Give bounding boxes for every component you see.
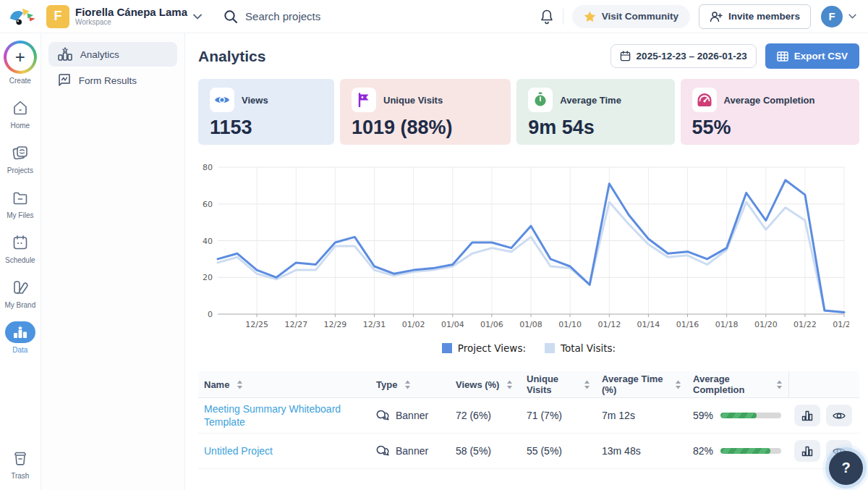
row-preview-button[interactable]	[826, 405, 852, 426]
search	[224, 9, 390, 24]
completion-progress-bar	[720, 413, 781, 418]
svg-text:12/27: 12/27	[284, 320, 307, 329]
export-csv-label: Export CSV	[794, 51, 848, 62]
date-range-value: 2025-12-23 – 2026-01-23	[637, 51, 747, 62]
eye-icon	[833, 411, 846, 421]
workspace-switcher[interactable]: F Fiorella Cánepa Lama Workspace	[46, 5, 202, 28]
create-plus-icon: +	[4, 41, 37, 74]
card-value: 1153	[210, 117, 323, 139]
project-name-link[interactable]: Untitled Project	[204, 445, 273, 457]
topbar: F Fiorella Cánepa Lama Workspace Visit C…	[0, 0, 868, 33]
sidebar-item-analytics[interactable]: Analytics	[48, 42, 177, 67]
sidebar-item-label: Form Results	[79, 75, 137, 86]
column-header-name[interactable]: Name	[198, 379, 370, 390]
project-name-link[interactable]: Meeting Summary Whiteboard Template	[204, 403, 341, 428]
account-menu[interactable]: F	[821, 6, 856, 28]
eye-icon	[214, 94, 230, 106]
legend-total-visits: Total Visits:	[545, 342, 616, 354]
help-fab[interactable]: ?	[829, 451, 863, 485]
completion-progress-bar	[720, 448, 781, 454]
sidebar-item-trash[interactable]: Trash	[11, 447, 29, 480]
sidebar-item-home[interactable]: Home	[10, 97, 30, 130]
project-type: Banner	[396, 445, 428, 457]
sidebar-item-schedule[interactable]: Schedule	[5, 232, 35, 264]
analytics-line-chart: 12/2512/2712/2912/3101/0201/0401/0601/08…	[198, 159, 859, 354]
data-podium-icon	[12, 325, 28, 339]
export-csv-button[interactable]: Export CSV	[765, 43, 859, 69]
column-header-views[interactable]: Views (%)	[450, 379, 521, 390]
sort-icon[interactable]	[404, 380, 411, 389]
sidebar-item-label: Analytics	[80, 49, 119, 60]
svg-text:01/04: 01/04	[441, 320, 464, 329]
card-label: Views	[242, 95, 268, 106]
column-header-average-time[interactable]: Average Time (%)	[596, 373, 687, 395]
svg-text:01/08: 01/08	[519, 320, 542, 329]
sidebar-item-my-files[interactable]: My Files	[7, 187, 33, 219]
sidebar-item-data[interactable]: Data	[5, 321, 35, 354]
chat-bubbles-icon	[376, 410, 390, 422]
svg-text:0: 0	[208, 310, 213, 319]
calendar-icon	[12, 234, 29, 251]
sidebar-item-create[interactable]: + Create	[4, 41, 37, 85]
svg-text:20: 20	[203, 273, 213, 282]
chart-legend: Project Views: Total Visits:	[198, 342, 859, 354]
sort-icon[interactable]	[675, 380, 681, 389]
sidebar-item-projects[interactable]: Projects	[7, 142, 33, 174]
svg-text:01/02: 01/02	[402, 320, 425, 329]
gauge-icon	[697, 93, 712, 107]
projects-table: Name Type Views (%) Unique Visits Averag…	[198, 371, 859, 469]
notifications-bell-icon[interactable]	[540, 9, 554, 25]
table-grid-icon	[777, 51, 788, 62]
app-logo-icon[interactable]	[7, 5, 36, 28]
card-average-completion: Average Completion 55%	[681, 79, 860, 145]
main-content: Analytics 2025-12-23 – 2026-01-23 Export…	[185, 33, 868, 490]
card-value: 55%	[692, 117, 848, 139]
row-stats-button[interactable]	[794, 405, 820, 426]
card-unique-visits: Unique Visits 1019 (88%)	[340, 79, 511, 145]
legend-project-views: Project Views:	[442, 342, 526, 354]
sidebar-item-my-brand[interactable]: My Brand	[4, 276, 35, 309]
completion-progress-fill	[720, 448, 770, 454]
project-views: 72 (6%)	[450, 410, 521, 421]
sort-icon[interactable]	[237, 380, 243, 389]
visit-community-button[interactable]: Visit Community	[572, 5, 690, 28]
column-header-average-completion[interactable]: Average Completion	[687, 373, 788, 395]
analytics-podium-icon	[57, 47, 73, 62]
table-row: Untitled Project Banner 58 (5%) 55 (5%) …	[198, 434, 859, 469]
svg-text:60: 60	[203, 200, 213, 209]
project-average-time: 7m 12s	[596, 410, 687, 421]
topbar-divider	[563, 9, 563, 25]
svg-text:01/06: 01/06	[480, 320, 503, 329]
svg-text:01/22: 01/22	[793, 320, 817, 329]
sort-icon[interactable]	[776, 380, 783, 389]
icon-rail: + Create Home Projects My Files Schedule…	[0, 33, 41, 490]
avatar: F	[821, 6, 843, 28]
date-range-picker[interactable]: 2025-12-23 – 2026-01-23	[610, 44, 757, 68]
column-header-type[interactable]: Type	[370, 379, 450, 390]
card-label: Unique Visits	[383, 95, 443, 106]
data-sidebar: Analytics Form Results	[41, 33, 185, 490]
search-input[interactable]	[245, 10, 390, 22]
sort-icon[interactable]	[584, 380, 590, 389]
legend-swatch	[442, 343, 452, 353]
legend-label: Total Visits:	[561, 342, 616, 354]
line-chart: 12/2512/2712/2912/3101/0201/0401/0601/08…	[198, 159, 849, 337]
svg-text:01/14: 01/14	[637, 320, 660, 329]
completion-percent: 59%	[693, 410, 713, 421]
sidebar-item-form-results[interactable]: Form Results	[48, 68, 177, 93]
project-type: Banner	[396, 410, 428, 421]
visit-community-label: Visit Community	[602, 11, 678, 22]
flag-icon	[357, 93, 370, 107]
row-stats-button[interactable]	[794, 440, 820, 462]
svg-text:01/16: 01/16	[676, 320, 699, 329]
bar-chart-icon	[801, 410, 813, 421]
chevron-down-icon	[193, 14, 202, 20]
project-unique-visits: 55 (5%)	[521, 445, 596, 457]
workspace-name: Fiorella Cánepa Lama	[75, 7, 187, 19]
stopwatch-icon	[533, 92, 548, 108]
invite-members-button[interactable]: Invite members	[699, 4, 811, 29]
table-row: Meeting Summary Whiteboard Template Bann…	[198, 398, 859, 434]
sort-icon[interactable]	[506, 380, 513, 389]
column-header-unique-visits[interactable]: Unique Visits	[521, 373, 596, 395]
svg-text:80: 80	[203, 163, 213, 172]
